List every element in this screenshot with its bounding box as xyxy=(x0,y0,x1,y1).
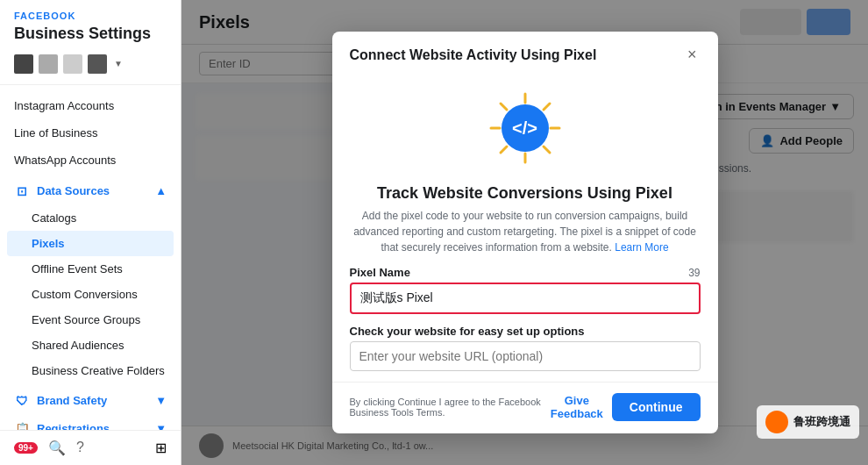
registrations-icon: 📋 xyxy=(14,422,30,430)
modal-overlay: Connect Website Activity Using Pixel × xyxy=(181,0,868,465)
data-sources-icon: ⊡ xyxy=(14,184,30,198)
modal-body: </> Track Website Conversions Using Pixe… xyxy=(332,64,718,371)
pixel-name-label-row: Pixel Name 39 xyxy=(350,266,701,279)
modal-title: Connect Website Activity Using Pixel xyxy=(350,47,597,63)
legal-text: By clicking Continue I agree to the Face… xyxy=(350,397,551,418)
business-settings-title: Business Settings xyxy=(14,25,167,44)
sidebar-item-shared-audiences[interactable]: Shared Audiences xyxy=(0,333,181,358)
website-url-input[interactable] xyxy=(350,341,701,371)
sidebar-footer: 99+ 🔍 ? ⊞ xyxy=(0,430,181,465)
modal-heading: Track Website Conversions Using Pixel xyxy=(350,184,701,203)
add-page-icon[interactable]: ⊞ xyxy=(155,440,167,456)
footer-right-actions: Give Feedback Continue xyxy=(551,393,701,421)
brand-safety-header[interactable]: 🛡 Brand Safety ▼ xyxy=(0,387,181,415)
brand-safety-chevron-icon: ▼ xyxy=(155,394,167,407)
registrations-label: Registrations xyxy=(37,422,110,430)
nav-section-data-sources: ⊡ Data Sources ▲ Catalogs Pixels Offline… xyxy=(0,177,181,383)
watermark: 鲁班跨境通 xyxy=(757,405,859,439)
sun-container: </> xyxy=(486,89,565,168)
account-box-1 xyxy=(14,54,33,74)
url-section-label: Check your website for easy set up optio… xyxy=(350,325,701,338)
continue-button[interactable]: Continue xyxy=(612,393,701,421)
watermark-text: 鲁班跨境通 xyxy=(793,414,850,430)
sidebar-item-business-creative-folders[interactable]: Business Creative Folders xyxy=(0,358,181,383)
pixel-code-icon: </> xyxy=(512,118,537,139)
sidebar-item-pixels[interactable]: Pixels xyxy=(7,231,174,256)
sidebar-item-instagram-accounts[interactable]: Instagram Accounts xyxy=(0,92,181,119)
data-sources-chevron-icon: ▲ xyxy=(155,184,167,197)
account-switcher[interactable]: ▼ xyxy=(14,51,167,77)
account-box-2 xyxy=(39,54,58,74)
line-label: Line of Business xyxy=(14,126,97,140)
notification-badge: 99+ xyxy=(14,442,38,454)
search-icon[interactable]: 🔍 xyxy=(48,440,66,456)
sidebar-header: FACEBOOK Business Settings ▼ xyxy=(0,0,181,85)
pixel-connect-modal: Connect Website Activity Using Pixel × xyxy=(332,32,718,433)
svg-line-6 xyxy=(544,104,550,110)
whatsapp-label: WhatsApp Accounts xyxy=(14,154,116,167)
instagram-label: Instagram Accounts xyxy=(14,99,114,112)
data-sources-label: Data Sources xyxy=(37,184,110,197)
url-group: Check your website for easy set up optio… xyxy=(350,325,701,371)
modal-header: Connect Website Activity Using Pixel × xyxy=(332,32,718,64)
svg-line-7 xyxy=(501,147,507,153)
modal-description: Add the pixel code to your website to ru… xyxy=(350,208,701,255)
facebook-logo: FACEBOOK xyxy=(14,11,167,21)
svg-line-4 xyxy=(501,104,507,110)
sidebar-item-event-source-groups[interactable]: Event Source Groups xyxy=(0,307,181,333)
sidebar-item-line-of-business[interactable]: Line of Business xyxy=(0,119,181,147)
sidebar-item-catalogs[interactable]: Catalogs xyxy=(0,205,181,231)
learn-more-link[interactable]: Learn More xyxy=(615,241,668,254)
pixel-name-label: Pixel Name xyxy=(350,266,410,279)
chevron-down-icon: ▼ xyxy=(114,59,123,68)
sidebar: FACEBOOK Business Settings ▼ Instagram A… xyxy=(0,0,181,465)
pixel-name-input[interactable] xyxy=(350,283,701,314)
sidebar-item-whatsapp-accounts[interactable]: WhatsApp Accounts xyxy=(0,147,181,174)
registrations-header[interactable]: 📋 Registrations ▼ xyxy=(0,415,181,430)
watermark-icon xyxy=(765,411,788,433)
pixel-name-group: Pixel Name 39 xyxy=(350,266,701,314)
modal-footer: By clicking Continue I agree to the Face… xyxy=(332,382,718,433)
brand-safety-icon: 🛡 xyxy=(14,394,30,408)
svg-line-5 xyxy=(544,147,550,153)
sidebar-nav: Instagram Accounts Line of Business What… xyxy=(0,85,181,430)
account-box-4 xyxy=(88,54,107,74)
give-feedback-button[interactable]: Give Feedback xyxy=(551,394,603,420)
char-count: 39 xyxy=(688,267,700,279)
footer-icons: 🔍 ? xyxy=(48,440,84,456)
registrations-chevron-icon: ▼ xyxy=(155,422,167,430)
sidebar-item-custom-conversions[interactable]: Custom Conversions xyxy=(0,282,181,307)
help-icon[interactable]: ? xyxy=(76,440,84,456)
modal-close-button[interactable]: × xyxy=(684,46,701,64)
pixel-icon-area: </> xyxy=(350,75,701,177)
brand-safety-label: Brand Safety xyxy=(37,394,107,407)
data-sources-header[interactable]: ⊡ Data Sources ▲ xyxy=(0,177,181,205)
account-box-3 xyxy=(63,54,82,74)
main-content-area: Pixels Filter by Open in Events Manager xyxy=(181,0,868,465)
sidebar-item-offline-event-sets[interactable]: Offline Event Sets xyxy=(0,256,181,282)
pixel-circle: </> xyxy=(502,104,549,152)
